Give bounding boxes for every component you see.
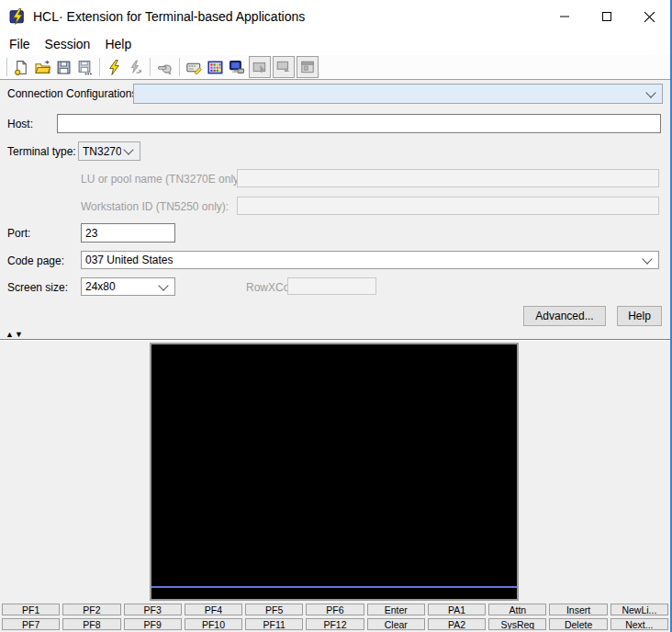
keypad-pf6[interactable]: PF6 <box>306 604 364 615</box>
chevron-down-icon <box>645 87 655 97</box>
color-mapping-icon <box>207 60 223 75</box>
keypad-pf7[interactable]: PF7 <box>2 618 60 630</box>
toolbar-separator <box>150 58 151 76</box>
code-page-label: Code page: <box>7 254 64 267</box>
menu-session[interactable]: Session <box>38 35 98 53</box>
menu-file[interactable]: File <box>2 35 38 53</box>
app-window: HCL· Extension for Terminal-based Applic… <box>0 0 672 632</box>
app-logo-icon <box>9 8 26 25</box>
new-session-icon <box>14 60 29 75</box>
terminal-type-label: Terminal type: <box>7 145 76 158</box>
keypad-pf8[interactable]: PF8 <box>62 618 120 630</box>
session-config-form: Connection Configurations: Host: Termina… <box>0 80 670 332</box>
keypad-clear[interactable]: Clear <box>367 618 425 630</box>
keypad-pf10[interactable]: PF10 <box>185 618 242 630</box>
keyboard-remap-icon <box>186 60 202 75</box>
hotspots-button[interactable] <box>154 56 175 78</box>
menu-help[interactable]: Help <box>97 35 139 53</box>
keypad-insert[interactable]: Insert <box>549 604 607 615</box>
display-setup-button[interactable] <box>226 56 247 78</box>
screen-tool-3-button[interactable] <box>297 56 319 78</box>
screen-tool-1-button[interactable] <box>249 56 271 78</box>
chevron-down-icon <box>123 144 133 154</box>
connect-button[interactable] <box>104 56 125 78</box>
chevron-down-icon <box>158 280 168 290</box>
keypad-pf5[interactable]: PF5 <box>245 604 303 615</box>
close-icon <box>644 11 655 23</box>
panel-splitter[interactable]: ▲▼ <box>0 332 670 341</box>
workstation-id-label: Workstation ID (TN5250 only): <box>81 200 229 213</box>
keypad-pf3[interactable]: PF3 <box>124 604 182 615</box>
keypad-pf11[interactable]: PF11 <box>245 618 303 630</box>
keypad-pa1[interactable]: PA1 <box>428 604 486 615</box>
expand-down-icon[interactable]: ▼ <box>15 330 24 339</box>
keypad-attn[interactable]: Attn <box>488 604 546 615</box>
open-session-button[interactable] <box>32 56 53 78</box>
open-session-icon <box>35 60 50 75</box>
disconnect-button[interactable] <box>125 56 146 78</box>
save-session-as-button[interactable] <box>74 56 95 78</box>
menu-bar: File Session Help <box>0 33 670 55</box>
maximize-icon <box>601 11 612 22</box>
screen-size-value: 24x80 <box>85 280 156 293</box>
maximize-button[interactable] <box>586 0 628 33</box>
screen-tool-3-icon <box>299 59 316 75</box>
hotspots-icon <box>157 60 173 75</box>
close-button[interactable] <box>628 0 670 33</box>
connect-icon <box>106 60 122 75</box>
title-bar: HCL· Extension for Terminal-based Applic… <box>0 0 670 33</box>
screen-size-select[interactable]: 24x80 <box>81 277 175 296</box>
keypad-pf4[interactable]: PF4 <box>185 604 242 615</box>
keypad-pf2[interactable]: PF2 <box>62 604 120 615</box>
keypad-sysreq[interactable]: SysReq <box>488 618 546 630</box>
code-page-select[interactable]: 037 United States <box>81 251 659 269</box>
rowxcol-input <box>287 277 376 295</box>
terminal-screen[interactable] <box>150 343 519 601</box>
screen-tool-2-icon <box>275 59 292 75</box>
oia-divider-line <box>151 586 517 588</box>
terminal-region <box>0 341 670 603</box>
splitter-arrows[interactable]: ▲▼ <box>6 330 24 339</box>
disconnect-icon <box>128 60 143 75</box>
splitter-line <box>0 339 670 340</box>
keypad-pf12[interactable]: PF12 <box>306 618 364 630</box>
keypad-pf9[interactable]: PF9 <box>124 618 182 630</box>
keypad: PF1 PF2 PF3 PF4 PF5 PF6 Enter PA1 Attn I… <box>0 603 670 631</box>
terminal-type-select[interactable]: TN3270 <box>78 141 140 161</box>
code-page-value: 037 United States <box>85 254 640 266</box>
keypad-next[interactable]: Next... <box>610 618 668 630</box>
minimize-button[interactable] <box>543 0 586 33</box>
port-input[interactable] <box>81 223 175 243</box>
keypad-pa2[interactable]: PA2 <box>428 618 486 630</box>
window-title: HCL· Extension for Terminal-based Applic… <box>33 9 305 24</box>
host-label: Host: <box>7 118 33 130</box>
connection-configurations-select[interactable] <box>133 84 663 104</box>
port-label: Port: <box>7 227 30 240</box>
screen-tool-2-button[interactable] <box>273 56 295 78</box>
toolbar-separator <box>99 58 100 76</box>
lu-pool-input <box>237 169 659 187</box>
keypad-delete[interactable]: Delete <box>549 618 607 630</box>
toolbar-separator <box>6 58 7 76</box>
window-controls <box>543 0 670 33</box>
lu-pool-label: LU or pool name (TN3270E only): <box>81 173 245 186</box>
keyboard-remap-button[interactable] <box>184 56 205 78</box>
chevron-down-icon <box>642 254 652 264</box>
advanced-button[interactable]: Advanced... <box>523 306 606 326</box>
workstation-id-input <box>237 197 659 215</box>
color-mapping-button[interactable] <box>205 56 226 78</box>
connection-configurations-label: Connection Configurations: <box>7 87 140 100</box>
help-button[interactable]: Help <box>617 306 662 326</box>
display-setup-icon <box>229 60 244 75</box>
collapse-up-icon[interactable]: ▲ <box>6 330 15 339</box>
new-session-button[interactable] <box>11 56 32 78</box>
screen-tool-1-icon <box>252 59 268 75</box>
host-input[interactable] <box>57 114 661 133</box>
keypad-enter[interactable]: Enter <box>367 604 425 615</box>
keypad-pf1[interactable]: PF1 <box>2 604 60 615</box>
keypad-newline[interactable]: NewLi... <box>610 604 668 615</box>
save-session-button[interactable] <box>53 56 74 78</box>
save-session-icon <box>56 60 72 75</box>
screen-size-label: Screen size: <box>7 281 68 294</box>
toolbar-separator <box>179 58 180 76</box>
